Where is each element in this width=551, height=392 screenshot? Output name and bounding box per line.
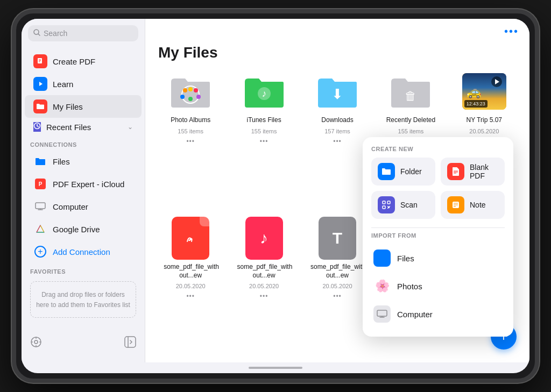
- google-drive-label: Google Drive: [53, 225, 100, 234]
- svg-text:🗑: 🗑: [405, 89, 416, 103]
- svg-point-27: [188, 87, 193, 91]
- music-date: 20.05.2020: [249, 283, 279, 289]
- downloads-icon: ⬇: [313, 70, 362, 113]
- itunes-name: iTunes Files: [246, 116, 281, 125]
- svg-rect-19: [125, 337, 136, 347]
- computer-label: Computer: [53, 202, 88, 211]
- search-placeholder: Search: [44, 29, 67, 38]
- home-indicator: [22, 362, 529, 373]
- main-content: ••• My Files: [145, 19, 529, 362]
- svg-text:⬇: ⬇: [331, 86, 343, 102]
- sidebar-item-computer[interactable]: Computer: [25, 195, 142, 218]
- files-connection-label: Files: [53, 157, 70, 166]
- svg-point-26: [196, 95, 201, 99]
- pdf-expert-icon: P: [33, 177, 47, 191]
- ipad-screen: Search Create PDF: [22, 19, 529, 373]
- popup-import-computer[interactable]: Computer: [371, 300, 505, 328]
- collapse-sidebar-icon[interactable]: [124, 336, 136, 351]
- search-bar[interactable]: Search: [28, 25, 138, 41]
- doc-date: 20.05.2020: [322, 283, 352, 289]
- pdf-1-more-icon[interactable]: •••: [186, 293, 195, 300]
- popup-import-photos-label: Photos: [397, 282, 422, 291]
- svg-line-9: [37, 126, 39, 127]
- svg-rect-46: [377, 310, 387, 316]
- popup-import-files-icon: [373, 250, 391, 267]
- sidebar-item-learn[interactable]: Learn: [25, 73, 142, 95]
- popup-import-computer-icon: [373, 305, 391, 323]
- svg-point-14: [34, 340, 38, 344]
- itunes-icon: ♪: [240, 70, 288, 113]
- file-item-music[interactable]: ♪ some_pdf_file_with out...ew 20.05.2020…: [231, 217, 296, 362]
- app-container: Search Create PDF: [22, 19, 529, 362]
- popup-blank-pdf-label: Blank PDF: [470, 163, 498, 180]
- doc-more-icon[interactable]: •••: [333, 293, 342, 300]
- favorites-drop-area: Drag and drop files or folders here to a…: [30, 281, 136, 318]
- photo-albums-icon: [166, 70, 215, 113]
- downloads-name: Downloads: [321, 116, 353, 125]
- doc-name: some_pdf_file_with out...ew: [310, 263, 364, 280]
- file-item-doc[interactable]: T some_pdf_file_with out...ew 20.05.2020…: [305, 217, 370, 362]
- create-new-grid: Folder: [371, 158, 505, 219]
- svg-point-25: [180, 95, 185, 99]
- itunes-more-icon[interactable]: •••: [260, 138, 269, 145]
- file-item-itunes[interactable]: ♪ iTunes Files 155 items •••: [231, 70, 296, 208]
- file-item-photo-albums[interactable]: Photo Albums 155 items •••: [158, 70, 223, 208]
- popup-create-note[interactable]: Note: [441, 191, 505, 219]
- recently-deleted-name: Recently Deleted: [386, 116, 435, 125]
- photo-albums-more-icon[interactable]: •••: [186, 138, 195, 145]
- more-options-button[interactable]: •••: [504, 25, 519, 38]
- recently-deleted-count: 155 items: [398, 128, 424, 134]
- top-bar: •••: [145, 19, 529, 44]
- pdf-1-name: some_pdf_file_with out...ew: [164, 263, 217, 280]
- svg-rect-35: [383, 201, 385, 204]
- popup-blank-pdf-icon: [447, 163, 464, 180]
- svg-rect-10: [36, 203, 45, 209]
- create-pdf-label: Create PDF: [53, 57, 95, 66]
- recent-files-left: Recent Files: [33, 122, 91, 132]
- photo-albums-name: Photo Albums: [171, 116, 210, 125]
- ipad-frame: Search Create PDF: [12, 9, 539, 383]
- sidebar-item-pdf-expert[interactable]: P PDF Expert - iCloud: [25, 173, 142, 195]
- sidebar-item-create-pdf[interactable]: Create PDF: [25, 50, 142, 73]
- recently-deleted-icon: 🗑: [386, 70, 435, 113]
- connections-section-header: CONNECTIONS: [22, 136, 145, 150]
- ny-trip-icon: 🚕 12:43:23: [460, 70, 508, 113]
- settings-icon[interactable]: [30, 336, 42, 351]
- sidebar-item-google-drive[interactable]: Google Drive: [25, 218, 142, 240]
- svg-point-22: [183, 88, 187, 92]
- svg-rect-39: [387, 206, 388, 207]
- popup-import-computer-label: Computer: [397, 310, 433, 319]
- svg-line-1: [38, 34, 40, 35]
- ny-trip-date: 20.05.2020: [469, 128, 499, 134]
- popup-import-photos-icon: 🌸: [373, 277, 391, 295]
- sidebar-item-add-connection[interactable]: + Add Connection: [25, 240, 142, 263]
- add-connection-icon: +: [33, 245, 47, 259]
- recent-files-chevron-icon: ⌄: [128, 123, 133, 131]
- sidebar-item-my-files[interactable]: My Files: [25, 95, 142, 118]
- pdf-1-date: 20.05.2020: [176, 283, 206, 289]
- file-item-downloads[interactable]: ⬇ Downloads 157 items •••: [305, 70, 370, 208]
- sidebar: Search Create PDF: [22, 19, 145, 362]
- svg-rect-40: [390, 206, 391, 207]
- sidebar-item-files[interactable]: Files: [25, 150, 142, 173]
- music-symbol: ♪: [260, 229, 268, 247]
- my-files-icon: [33, 99, 47, 113]
- popup-import-photos[interactable]: 🌸 Photos: [371, 272, 505, 300]
- music-more-icon[interactable]: •••: [260, 293, 269, 300]
- popup-create-scan[interactable]: Scan: [371, 191, 435, 219]
- create-new-section-title: CREATE NEW: [371, 146, 505, 152]
- home-bar: [249, 367, 302, 369]
- downloads-more-icon[interactable]: •••: [333, 138, 342, 145]
- popup-divider: [371, 227, 505, 228]
- recent-files-label: Recent Files: [46, 123, 91, 132]
- pdf-1-icon: [166, 217, 215, 260]
- popup-create-blank-pdf[interactable]: Blank PDF: [441, 158, 505, 186]
- svg-rect-36: [387, 201, 390, 204]
- sidebar-item-recent-files[interactable]: Recent Files ⌄: [25, 118, 142, 136]
- ny-trip-name: NY Trip 5.07: [467, 116, 502, 125]
- file-item-pdf-1[interactable]: some_pdf_file_with out...ew 20.05.2020 •…: [158, 217, 223, 362]
- popup-create-folder[interactable]: Folder: [371, 158, 435, 186]
- recent-files-icon: [33, 122, 41, 132]
- popup-folder-label: Folder: [400, 167, 422, 176]
- popup-import-files[interactable]: Files: [371, 244, 505, 272]
